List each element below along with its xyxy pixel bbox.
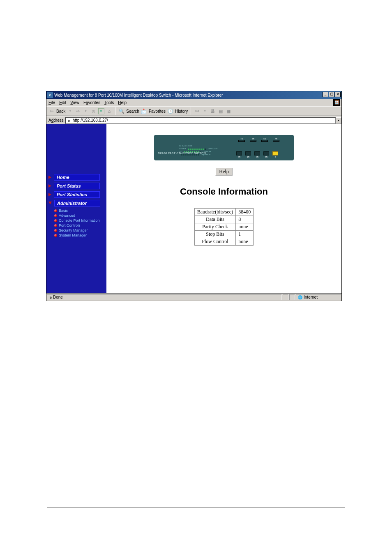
flowcontrol-value: none [236,238,254,246]
sub-security-manager[interactable]: Security Manager [54,228,106,233]
menu-help[interactable]: Help [118,100,127,105]
menu-favorites[interactable]: Favorites [83,100,100,105]
sub-basic[interactable]: Basic [54,208,106,213]
menu-tools[interactable]: Tools [104,100,114,105]
internet-zone-icon: 🌐 [298,295,302,299]
page-icon: e [67,118,71,123]
favorites-button[interactable]: Favorites [149,109,166,114]
sub-port-controls[interactable]: Port Controls [54,223,106,228]
table-row: Flow Controlnone [194,238,253,246]
sidebar: Home Port Status Port Statistics Adminis… [46,124,106,293]
switch-model-label: 10/100 FAST ETHERNET SWITCH [157,152,206,155]
address-url: http://192.168.0.27/ [73,118,108,123]
arrow-right-icon [48,176,51,179]
nav-port-status-label: Port Status [54,183,100,189]
bullet-icon [54,229,57,232]
menu-view[interactable]: View [70,100,79,105]
status-panel [283,294,288,300]
table-row: Baudrate(bits/sec)38400 [194,209,253,216]
address-input[interactable]: e http://192.168.0.27/ [65,117,336,124]
bullet-icon [54,214,57,217]
arrow-down-icon [48,202,52,204]
refresh-icon[interactable]: ⟳ [98,108,104,114]
console-info-table: Baudrate(bits/sec)38400 Data Bits8 Parit… [194,208,254,246]
ie-icon: e [47,92,53,98]
content-area: Home Port Status Port Statistics Adminis… [46,124,341,293]
horizontal-rule [106,200,341,201]
title-bar: e Web Management for 8 Port 10/100M Inte… [46,91,341,99]
arrow-right-icon [48,184,51,188]
address-label: Address [48,118,64,123]
mail-icon[interactable]: ✉ [194,108,200,114]
throbber-icon: 🪟 [333,99,340,106]
minimize-button[interactable]: _ [323,92,328,97]
help-button[interactable]: Help [215,168,232,176]
databits-value: 8 [236,216,254,223]
history-button[interactable]: History [175,109,188,114]
nav-home-label: Home [54,174,100,181]
back-dropdown-icon[interactable]: ▼ [67,108,73,114]
done-icon: e [48,295,53,299]
bullet-icon [54,224,57,227]
sub-system-manager[interactable]: System Manager [54,233,106,238]
table-row: Data Bits8 [194,216,253,223]
home-icon[interactable]: ⌂ [106,108,112,114]
menu-bar: File Edit View Favorites Tools Help 🪟 [46,99,341,106]
table-row: Stop Bits1 [194,231,253,238]
sub-advanced[interactable]: Advanced [54,213,106,218]
nav-administrator[interactable]: Administrator [46,199,106,207]
table-row: Parity Checknone [194,223,253,231]
baudrate-label: Baudrate(bits/sec) [194,209,235,216]
toolbar-separator [191,107,191,115]
parity-value: none [236,223,254,231]
mail-dropdown-icon[interactable]: ▼ [202,108,208,114]
forward-dropdown-icon[interactable]: ▼ [83,108,89,114]
browser-window: e Web Management for 8 Port 10/100M Inte… [46,91,342,301]
menu-file[interactable]: File [48,100,55,105]
toolbar: ⇦ Back ▼ ⇨ ▼ ⦸ ⟳ ⌂ 🔍 Search 📩 Favorites … [46,106,341,116]
status-panel [289,294,295,300]
back-icon[interactable]: ⇦ [48,108,55,114]
address-bar: Address e http://192.168.0.27/ ▼ [46,116,341,124]
nav-administrator-label: Administrator [54,200,100,206]
nav-home[interactable]: Home [46,173,106,181]
sub-console-port-info[interactable]: Console Port Information [54,218,106,223]
page-title: Console Information [180,186,268,197]
page-footer-rule [47,508,345,508]
discuss-icon[interactable]: ▦ [225,108,231,114]
status-zone: 🌐 Internet [296,294,341,300]
menu-edit[interactable]: Edit [59,100,66,105]
maximize-button[interactable]: ❐ [329,92,334,97]
admin-submenu: Basic Advanced Console Port Information … [46,207,106,238]
status-bar: e Done 🌐 Internet [46,293,341,301]
close-button[interactable]: ✕ [335,92,341,97]
bullet-icon [54,234,57,237]
stopbits-value: 1 [236,231,254,238]
nav-port-status[interactable]: Port Status [46,181,106,190]
back-button[interactable]: Back [56,109,65,114]
nav-port-statistics-label: Port Statistics [54,191,100,198]
print-icon[interactable]: 🖶 [210,108,216,114]
stop-icon[interactable]: ⦸ [90,108,97,114]
flowcontrol-label: Flow Control [194,238,235,246]
favorites-icon[interactable]: 📩 [141,108,147,114]
switch-illustration: 1X 3X 5X 7X 1 2 3 4 5 6 7 8 9 POWER LINK… [154,135,294,160]
address-dropdown-icon[interactable]: ▼ [336,117,341,124]
stopbits-label: Stop Bits [194,231,235,238]
bullet-icon [54,209,57,212]
toolbar-separator [115,107,115,115]
edit-icon[interactable]: ▤ [217,108,224,114]
bullet-icon [54,219,57,222]
arrow-right-icon [48,193,51,196]
window-title: Web Management for 8 Port 10/100M Intell… [54,93,223,97]
search-icon[interactable]: 🔍 [118,108,125,114]
status-message: e Done [47,294,282,300]
history-icon[interactable]: 🕒 [167,108,173,114]
baudrate-value: 38400 [236,209,254,216]
main-panel: 1X 3X 5X 7X 1 2 3 4 5 6 7 8 9 POWER LINK… [106,124,341,293]
databits-label: Data Bits [194,216,235,223]
parity-label: Parity Check [194,223,235,231]
search-button[interactable]: Search [126,109,139,114]
forward-icon[interactable]: ⇨ [75,108,81,114]
nav-port-statistics[interactable]: Port Statistics [46,190,106,199]
